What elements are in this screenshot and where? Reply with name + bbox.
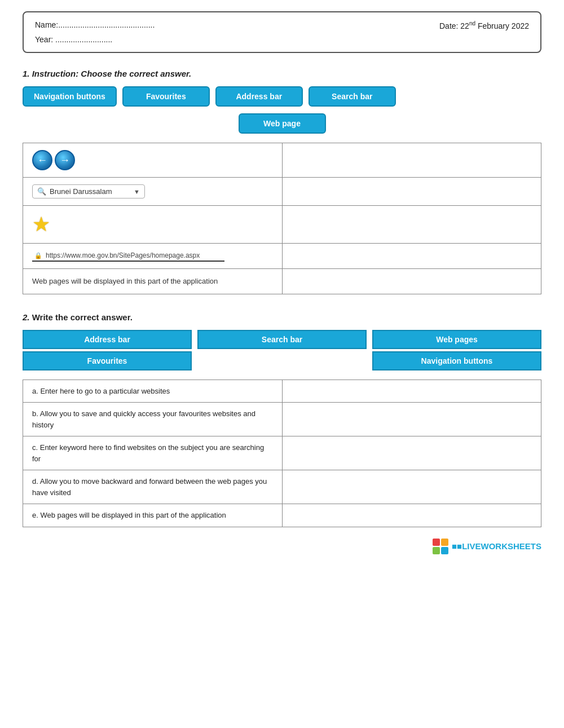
q1-row1-right[interactable] [282,143,541,178]
q1-row1-left: ← → [23,143,283,178]
choice-search-bar[interactable]: Search bar [309,86,396,107]
footer: ■■LIVEWORKSHEETS [23,539,541,554]
table-row: a. Enter here to go to a particular webs… [23,380,541,403]
choice-web-page[interactable]: Web page [239,113,326,134]
brand-name: ■■LIVEWORKSHEETS [452,541,541,551]
q2-row3-right[interactable] [282,436,541,470]
table-row: b. Allow you to save and quickly access … [23,403,541,436]
forward-arrow-icon: → [55,150,75,170]
q2-table: a. Enter here to go to a particular webs… [23,380,541,527]
dropdown-icon: ▼ [134,188,140,195]
section2: 2. Write the correct answer. Address bar… [23,312,541,527]
address-text: https://www.moe.gov.bn/SitePages/homepag… [46,252,200,259]
q2-row4-right[interactable] [282,470,541,504]
table-row: Web pages will be displayed in this part… [23,269,541,294]
logo-sq-green [433,547,440,554]
logo-sq-orange [441,539,448,546]
logo-sq-red [433,539,440,546]
q1-row5-right[interactable] [282,269,541,294]
answer-choices-2: Address bar Search bar Web pages Favouri… [23,330,541,370]
q1-table: ← → 🔍 Brunei Darussalam ▼ ★ [23,143,541,294]
back-arrow-icon: ← [32,150,52,170]
table-row: c. Enter keyword here to find websites o… [23,436,541,470]
header-box: Name:...................................… [23,11,541,53]
table-row: ★ [23,206,541,244]
q2-row1-left: a. Enter here to go to a particular webs… [23,380,283,403]
table-row: e. Web pages will be displayed in this p… [23,504,541,527]
q1-row3-right[interactable] [282,206,541,244]
section2-title: 2. Write the correct answer. [23,312,541,322]
answer-row1: Address bar Search bar Web pages [23,330,541,349]
webpage-description: Web pages will be displayed in this part… [32,276,273,287]
choice-address-bar[interactable]: Address bar [215,86,303,107]
q1-row4-right[interactable] [282,244,541,269]
q1-row3-left: ★ [23,206,283,244]
search-bar-image: 🔍 Brunei Darussalam ▼ [32,184,145,198]
logo-squares-icon [433,539,448,554]
header-left: Name:...................................… [35,20,155,44]
search-icon: 🔍 [37,187,46,196]
choice-navigation-buttons[interactable]: Navigation buttons [23,86,117,107]
logo-sq-blue [441,547,448,554]
answer-choices-row1: Navigation buttons Favourites Address ba… [23,86,541,107]
section1: 1. Instruction: Choose the correct answe… [23,69,541,294]
address-bar-image: 🔒 https://www.moe.gov.bn/SitePages/homep… [32,250,224,262]
choice-favourites[interactable]: Favourites [122,86,210,107]
table-row: d. Allow you to move backward and forwar… [23,470,541,504]
q2-row1-right[interactable] [282,380,541,403]
search-text: Brunei Darussalam [50,187,130,196]
q2-row2-right[interactable] [282,403,541,436]
date-field: Date: 22nd February 2022 [439,20,529,30]
q1-row2-right[interactable] [282,178,541,206]
year-field: Year: .......................... [35,35,155,44]
choice2-address-bar[interactable]: Address bar [23,330,192,349]
table-row: 🔍 Brunei Darussalam ▼ [23,178,541,206]
choice2-navigation-buttons[interactable]: Navigation buttons [372,351,541,370]
q1-row4-left: 🔒 https://www.moe.gov.bn/SitePages/homep… [23,244,283,269]
lock-icon: 🔒 [34,252,42,259]
choice2-empty [197,351,367,370]
nav-arrows-image: ← → [32,150,273,170]
table-row: 🔒 https://www.moe.gov.bn/SitePages/homep… [23,244,541,269]
q1-row5-left: Web pages will be displayed in this part… [23,269,283,294]
choice2-search-bar[interactable]: Search bar [197,330,367,349]
star-icon: ★ [32,213,50,236]
name-field: Name:...................................… [35,20,155,29]
choice2-web-pages[interactable]: Web pages [372,330,541,349]
q2-row5-left: e. Web pages will be displayed in this p… [23,504,283,527]
q2-row2-left: b. Allow you to save and quickly access … [23,403,283,436]
q2-row5-right[interactable] [282,504,541,527]
q2-row3-left: c. Enter keyword here to find websites o… [23,436,283,470]
answer-row2: Favourites Navigation buttons [23,351,541,370]
choice2-favourites[interactable]: Favourites [23,351,192,370]
q1-row2-left: 🔍 Brunei Darussalam ▼ [23,178,283,206]
liveworksheets-logo: ■■LIVEWORKSHEETS [433,539,541,554]
q2-row4-left: d. Allow you to move backward and forwar… [23,470,283,504]
section1-title: 1. Instruction: Choose the correct answe… [23,69,541,78]
answer-choices-row2: Web page [23,113,541,134]
table-row: ← → [23,143,541,178]
